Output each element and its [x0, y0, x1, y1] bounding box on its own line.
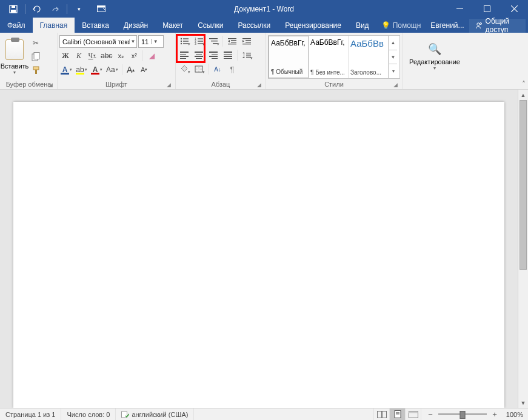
multilevel-list-button[interactable] — [207, 35, 220, 47]
qat-customize-icon[interactable]: ▾ — [70, 2, 87, 16]
svg-rect-34 — [246, 42, 251, 42]
share-button[interactable]: Общий доступ — [469, 19, 526, 33]
borders-button[interactable] — [192, 63, 206, 75]
tab-references[interactable]: Ссылки — [190, 18, 230, 33]
copy-icon[interactable] — [30, 51, 42, 62]
scroll-up-icon[interactable]: ▲ — [518, 90, 528, 100]
collapse-ribbon-icon[interactable]: ˄ — [522, 80, 526, 88]
svg-point-8 — [480, 23, 481, 25]
status-page[interactable]: Страница 1 из 1 — [0, 408, 61, 420]
tab-home[interactable]: Главная — [33, 18, 75, 33]
shading-button[interactable] — [178, 63, 191, 75]
scroll-down-icon[interactable]: ▼ — [518, 398, 528, 408]
numbering-button[interactable]: 123 — [192, 35, 206, 47]
sort-button[interactable]: A↓ — [211, 63, 224, 75]
font-name-value: Calibri (Основной текст) — [60, 38, 129, 45]
tab-review[interactable]: Рецензирование — [278, 18, 349, 33]
style-no-spacing[interactable]: АаБбВвГг, ¶ Без инте... — [309, 36, 349, 78]
styles-launcher-icon[interactable]: ◢ — [392, 81, 399, 88]
zoom-control: − + 100% — [421, 408, 528, 420]
tab-mailings[interactable]: Рассылки — [230, 18, 278, 33]
scrollbar-track[interactable] — [518, 100, 528, 398]
clipboard-launcher-icon[interactable]: ◢ — [47, 81, 54, 88]
web-layout-icon[interactable] — [405, 408, 421, 420]
cut-icon[interactable]: ✂ — [30, 38, 42, 48]
tab-file[interactable]: Файл — [0, 18, 33, 33]
print-layout-icon[interactable] — [389, 408, 405, 420]
svg-rect-16 — [183, 41, 189, 41]
change-case-button[interactable]: Aa — [105, 64, 119, 76]
paste-button[interactable]: Вставить ▾ — [2, 34, 27, 79]
gallery-down-icon[interactable]: ▼ — [389, 50, 397, 65]
align-right-button[interactable] — [207, 49, 220, 61]
justify-button[interactable] — [221, 49, 235, 61]
bold-button[interactable]: Ж — [59, 50, 72, 62]
status-word-count[interactable]: Число слов: 0 — [61, 408, 116, 420]
page-canvas[interactable] — [13, 102, 504, 408]
svg-rect-38 — [246, 55, 251, 55]
maximize-button[interactable] — [473, 0, 501, 18]
align-left-button[interactable] — [178, 49, 191, 61]
font-launcher-icon[interactable]: ◢ — [165, 81, 172, 88]
svg-point-15 — [181, 41, 182, 42]
vertical-scrollbar: ▲ ▼ — [518, 90, 528, 408]
underline-button[interactable]: Ч — [86, 50, 98, 62]
redo-icon[interactable] — [47, 2, 64, 16]
svg-rect-49 — [396, 415, 399, 415]
line-spacing-button[interactable] — [240, 49, 253, 61]
zoom-out-button[interactable]: − — [426, 410, 435, 419]
tell-me-search[interactable]: 💡 Помощн — [376, 21, 426, 30]
user-account[interactable]: Евгений... — [426, 21, 469, 30]
chevron-down-icon[interactable]: ▼ — [151, 39, 159, 44]
shrink-font-button[interactable]: A▾ — [138, 64, 150, 76]
format-painter-icon[interactable] — [30, 64, 42, 75]
clear-formatting-button[interactable]: ◢ — [145, 50, 158, 62]
font-size-combo[interactable]: 11▼ — [138, 35, 164, 48]
close-button[interactable] — [501, 0, 528, 18]
svg-rect-31 — [228, 44, 236, 44]
read-mode-icon[interactable] — [373, 408, 389, 420]
save-icon[interactable] — [5, 2, 22, 16]
align-center-button[interactable] — [192, 49, 206, 61]
font-name-combo[interactable]: Calibri (Основной текст)▼ — [59, 35, 137, 48]
paragraph-launcher-icon[interactable]: ◢ — [255, 81, 262, 88]
show-hide-button[interactable]: ¶ — [226, 63, 239, 75]
strikethrough-button[interactable]: abc — [99, 50, 113, 62]
superscript-button[interactable]: x² — [128, 50, 140, 62]
bullets-button[interactable] — [178, 35, 191, 47]
find-icon: 🔍 — [428, 42, 441, 56]
tab-view[interactable]: Вид — [349, 18, 376, 33]
svg-rect-11 — [33, 67, 39, 70]
gallery-more-icon[interactable]: ▾ — [389, 64, 397, 78]
undo-icon[interactable] — [28, 2, 45, 16]
increase-indent-button[interactable] — [240, 35, 253, 47]
svg-rect-44 — [377, 411, 381, 418]
decrease-indent-button[interactable] — [226, 35, 239, 47]
svg-rect-4 — [97, 6, 105, 8]
grow-font-button[interactable]: A▴ — [125, 64, 137, 76]
style-normal[interactable]: АаБбВвГг, ¶ Обычный — [269, 36, 309, 78]
minimize-button[interactable] — [446, 0, 473, 18]
zoom-slider[interactable] — [438, 413, 487, 415]
svg-rect-48 — [396, 413, 399, 414]
font-color-button[interactable]: A — [90, 64, 104, 76]
highlight-button[interactable]: ab — [75, 64, 89, 76]
text-effects-button[interactable]: A — [59, 64, 73, 76]
chevron-down-icon[interactable]: ▼ — [129, 39, 136, 44]
style-heading1[interactable]: АаБбВв Заголово... — [349, 36, 389, 78]
tab-design[interactable]: Дизайн — [116, 18, 155, 33]
zoom-in-button[interactable]: + — [490, 410, 499, 419]
tab-insert[interactable]: Вставка — [75, 18, 116, 33]
status-language[interactable]: английский (США) — [116, 408, 194, 420]
document-scroll-area[interactable] — [0, 90, 518, 408]
svg-rect-25 — [209, 38, 218, 39]
editing-button[interactable]: 🔍 Редактирование ▾ — [404, 34, 465, 79]
subscript-button[interactable]: x₂ — [115, 50, 127, 62]
scrollbar-thumb[interactable] — [520, 100, 527, 270]
tab-layout[interactable]: Макет — [155, 18, 190, 33]
ribbon-display-options-icon[interactable] — [87, 0, 115, 18]
zoom-level[interactable]: 100% — [503, 411, 523, 418]
gallery-up-icon[interactable]: ▲ — [389, 36, 397, 50]
svg-rect-12 — [35, 70, 37, 74]
italic-button[interactable]: К — [73, 50, 85, 62]
